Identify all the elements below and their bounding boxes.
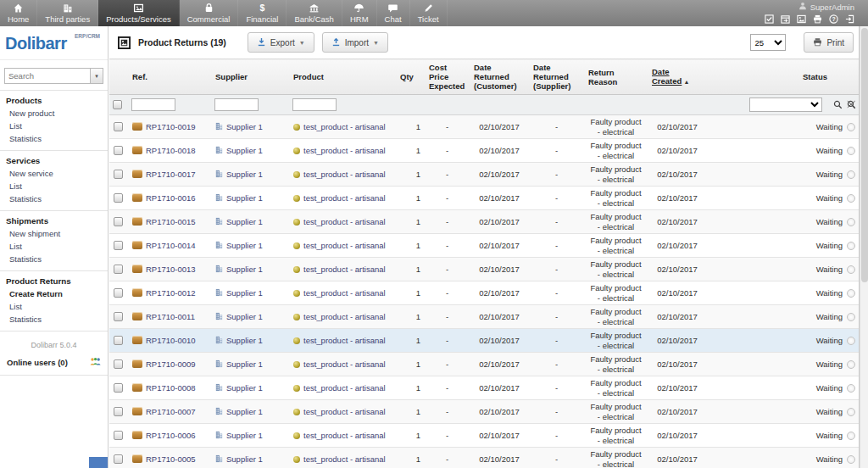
sidebar-item-new-service[interactable]: New service (0, 167, 108, 180)
sidebar-badge[interactable] (89, 457, 108, 468)
column-header-date-returned-customer[interactable]: Date Returned (Customer) (470, 59, 529, 95)
sidebar-item-list[interactable]: List (0, 120, 108, 132)
supplier-link[interactable]: Supplier 1 (226, 431, 263, 440)
supplier-link[interactable]: Supplier 1 (226, 359, 263, 369)
ref-link[interactable]: RP1710-0009 (146, 359, 196, 369)
ref-link[interactable]: RP1710-0017 (146, 170, 196, 179)
supplier-link[interactable]: Supplier 1 (226, 217, 263, 226)
scrollbar-thumb[interactable] (861, 28, 868, 282)
product-link[interactable]: test_product - artisanal (303, 407, 386, 416)
nav-item-hrm[interactable]: HRM (342, 0, 377, 26)
row-checkbox[interactable] (114, 383, 123, 393)
vertical-scrollbar[interactable] (860, 0, 868, 468)
nav-item-bank-cash[interactable]: Bank/Cash (287, 0, 342, 26)
row-checkbox[interactable] (114, 454, 123, 464)
clear-filter-icon[interactable] (847, 100, 856, 109)
search-dropdown-button[interactable]: ▾ (90, 68, 103, 84)
row-checkbox[interactable] (114, 217, 123, 226)
bookmark-check-icon[interactable] (765, 14, 774, 24)
sidebar-item-list[interactable]: List (0, 180, 108, 192)
supplier-link[interactable]: Supplier 1 (226, 122, 263, 131)
supplier-link[interactable]: Supplier 1 (226, 383, 263, 393)
supplier-link[interactable]: Supplier 1 (226, 146, 263, 155)
search-input[interactable] (4, 68, 90, 84)
product-link[interactable]: test_product - artisanal (303, 217, 386, 226)
nav-item-commercial[interactable]: Commercial (180, 0, 239, 26)
row-checkbox[interactable] (114, 312, 123, 321)
ref-link[interactable]: RP1710-0012 (146, 288, 196, 298)
row-checkbox[interactable] (114, 193, 123, 203)
row-checkbox[interactable] (114, 407, 123, 416)
column-header-date-returned-supplier[interactable]: Date Returned (Supplier) (529, 59, 584, 95)
nav-item-home[interactable]: Home (0, 0, 37, 26)
filter-supplier-input[interactable] (214, 98, 259, 111)
column-header-qty[interactable]: Qty (396, 59, 425, 95)
supplier-link[interactable]: Supplier 1 (226, 288, 263, 298)
row-checkbox[interactable] (114, 265, 123, 274)
nav-item-products-services[interactable]: Products/Services (98, 0, 180, 26)
filter-ref-input[interactable] (131, 98, 175, 111)
nav-item-ticket[interactable]: Ticket (410, 0, 448, 26)
column-header-product[interactable]: Product (289, 59, 396, 95)
row-checkbox[interactable] (114, 241, 123, 250)
print-button[interactable]: Print (804, 32, 854, 53)
sidebar-item-new-shipment[interactable]: New shipment (0, 227, 108, 240)
export-button[interactable]: Export ▼ (248, 32, 314, 53)
search-icon[interactable] (833, 100, 843, 109)
row-checkbox[interactable] (114, 336, 123, 345)
nav-item-third-parties[interactable]: Third parties (37, 0, 98, 26)
filter-status-select[interactable] (749, 98, 822, 112)
product-link[interactable]: test_product - artisanal (303, 241, 386, 250)
help-icon[interactable]: ? (829, 14, 838, 24)
row-checkbox[interactable] (114, 359, 123, 369)
sidebar-item-statistics[interactable]: Statistics (0, 313, 108, 326)
column-header-cost-price-expected[interactable]: Cost Price Expected (425, 59, 470, 95)
import-button[interactable]: Import ▼ (322, 32, 388, 53)
ref-link[interactable]: RP1710-0013 (146, 265, 196, 274)
app-logo[interactable]: Dolibarr ERP/CRM (0, 26, 108, 60)
supplier-link[interactable]: Supplier 1 (226, 170, 263, 179)
ref-link[interactable]: RP1710-0008 (146, 383, 196, 393)
row-checkbox[interactable] (114, 146, 123, 155)
product-link[interactable]: test_product - artisanal (303, 193, 386, 203)
column-header-supplier[interactable]: Supplier (211, 59, 289, 95)
sidebar-item-list[interactable]: List (0, 300, 108, 313)
image-icon[interactable] (797, 14, 806, 24)
calendar-icon[interactable] (781, 14, 790, 24)
nav-item-chat[interactable]: Chat (377, 0, 410, 26)
supplier-link[interactable]: Supplier 1 (226, 265, 263, 274)
ref-link[interactable]: RP1710-0015 (146, 217, 196, 226)
row-checkbox[interactable] (114, 288, 123, 298)
sidebar-item-statistics[interactable]: Statistics (0, 192, 108, 205)
page-size-select[interactable]: 25 (750, 34, 786, 51)
column-header-date-created[interactable]: Date Created▲ (648, 59, 707, 95)
ref-link[interactable]: RP1710-0011 (146, 312, 195, 321)
product-link[interactable]: test_product - artisanal (303, 265, 386, 274)
sidebar-item-list[interactable]: List (0, 240, 108, 253)
product-link[interactable]: test_product - artisanal (303, 336, 386, 345)
sidebar-item-statistics[interactable]: Statistics (0, 132, 108, 145)
supplier-link[interactable]: Supplier 1 (226, 336, 263, 345)
product-link[interactable]: test_product - artisanal (303, 288, 386, 298)
product-link[interactable]: test_product - artisanal (303, 431, 386, 440)
product-link[interactable]: test_product - artisanal (303, 454, 386, 464)
nav-item-financial[interactable]: $Financial (238, 0, 287, 26)
logout-icon[interactable] (845, 14, 854, 24)
product-link[interactable]: test_product - artisanal (303, 312, 386, 321)
ref-link[interactable]: RP1710-0016 (146, 193, 196, 203)
row-checkbox[interactable] (114, 431, 123, 440)
ref-link[interactable]: RP1710-0007 (146, 407, 196, 416)
product-link[interactable]: test_product - artisanal (303, 170, 386, 179)
sidebar-item-statistics[interactable]: Statistics (0, 253, 108, 265)
sidebar-item-create-return[interactable]: Create Return (0, 287, 108, 300)
supplier-link[interactable]: Supplier 1 (226, 241, 263, 250)
product-link[interactable]: test_product - artisanal (303, 359, 386, 369)
select-all-checkbox[interactable] (113, 100, 122, 109)
printer-icon[interactable] (813, 14, 822, 24)
column-header-ref[interactable]: Ref. (128, 59, 211, 95)
product-link[interactable]: test_product - artisanal (303, 146, 386, 155)
ref-link[interactable]: RP1710-0018 (146, 146, 196, 155)
sidebar-item-new-product[interactable]: New product (0, 107, 108, 120)
ref-link[interactable]: RP1710-0006 (146, 431, 196, 440)
product-link[interactable]: test_product - artisanal (303, 122, 386, 131)
